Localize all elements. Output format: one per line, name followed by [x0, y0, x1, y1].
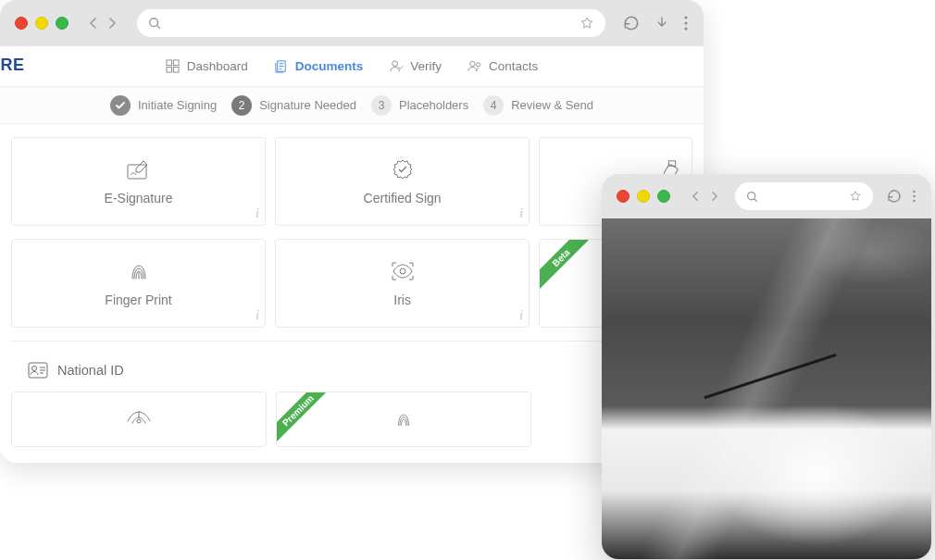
- step-badge: 2: [231, 95, 252, 116]
- svg-point-21: [913, 195, 916, 198]
- card-label: Finger Print: [105, 292, 171, 307]
- url-bar[interactable]: [735, 182, 873, 210]
- secondary-browser-window: [602, 174, 931, 559]
- ribbon-label: Premium: [277, 392, 332, 445]
- nav-label: Dashboard: [187, 59, 248, 73]
- beta-ribbon: Beta: [540, 240, 595, 295]
- search-icon: [746, 191, 758, 203]
- nav-dashboard[interactable]: Dashboard: [166, 59, 248, 74]
- more-icon[interactable]: [912, 189, 916, 204]
- svg-rect-4: [167, 60, 172, 66]
- app-nav: JRE Dashboard Documents Verify Contacts: [0, 46, 704, 87]
- section-national-id: National ID: [11, 341, 692, 388]
- card-label: Certified Sign: [364, 191, 442, 205]
- documents-icon: [274, 59, 289, 74]
- info-icon[interactable]: i: [519, 205, 523, 221]
- svg-point-11: [477, 63, 480, 67]
- forward-button[interactable]: [705, 188, 722, 205]
- step-label: Review & Send: [511, 98, 593, 112]
- back-button[interactable]: [85, 15, 102, 31]
- traffic-lights: [15, 17, 69, 30]
- window-minimize-button[interactable]: [637, 190, 650, 203]
- step-initiate-signing[interactable]: Initiate Signing: [110, 95, 217, 116]
- nav-arrows: [687, 188, 722, 205]
- certified-icon: [392, 157, 414, 181]
- svg-point-15: [400, 268, 405, 274]
- card-aadhaar[interactable]: [11, 392, 267, 447]
- svg-rect-7: [174, 67, 180, 72]
- reload-icon[interactable]: [886, 188, 903, 205]
- step-review-send[interactable]: 4 Review & Send: [483, 95, 593, 116]
- aadhaar-icon: [125, 407, 153, 431]
- nav-label: Contacts: [489, 59, 538, 73]
- window-minimize-button[interactable]: [35, 17, 48, 30]
- signature-row-1: E-Signature i Certified Sign i DSC/Smart: [11, 137, 692, 226]
- cards-area: E-Signature i Certified Sign i DSC/Smart: [0, 124, 704, 447]
- nav-label: Verify: [410, 59, 442, 73]
- premium-ribbon: Premium: [277, 392, 332, 447]
- download-icon[interactable]: [654, 15, 670, 31]
- back-button[interactable]: [687, 188, 704, 205]
- card-label: E-Signature: [105, 191, 173, 205]
- bookmark-star-icon[interactable]: [849, 190, 862, 203]
- window-close-button[interactable]: [617, 190, 630, 203]
- step-signature-needed[interactable]: 2 Signature Needed: [231, 95, 356, 116]
- svg-point-1: [684, 16, 687, 19]
- chrome-actions: [622, 14, 689, 32]
- reload-icon[interactable]: [622, 14, 641, 32]
- window-maximize-button[interactable]: [56, 17, 69, 30]
- document-signing-photo: [602, 218, 931, 559]
- svg-point-3: [684, 27, 687, 30]
- window-close-button[interactable]: [15, 17, 28, 30]
- search-icon: [148, 17, 161, 30]
- step-badge: 4: [483, 95, 504, 116]
- ribbon-label: Beta: [540, 240, 595, 292]
- svg-point-2: [684, 21, 687, 24]
- stepper: Initiate Signing 2 Signature Needed 3 Pl…: [0, 87, 704, 124]
- nav-contacts[interactable]: Contacts: [468, 59, 538, 74]
- verify-icon: [389, 59, 404, 74]
- info-icon[interactable]: i: [256, 307, 259, 323]
- logo-fragment: JRE: [0, 56, 25, 75]
- svg-point-17: [32, 367, 37, 371]
- signature-row-2: Finger Print i Iris i Beta: [11, 239, 692, 328]
- svg-point-9: [393, 61, 398, 67]
- svg-point-20: [913, 191, 916, 193]
- svg-point-10: [470, 61, 475, 66]
- browser-chrome: [602, 174, 931, 218]
- svg-rect-5: [174, 60, 180, 66]
- sign-pad-icon: [127, 157, 151, 181]
- contacts-icon: [468, 59, 482, 74]
- bookmark-star-icon[interactable]: [580, 16, 594, 31]
- national-id-row: Premium: [11, 392, 692, 447]
- card-fingerprint[interactable]: Finger Print i: [11, 239, 266, 328]
- card-label: Iris: [393, 292, 411, 307]
- url-bar[interactable]: [137, 9, 605, 37]
- step-badge: 3: [371, 95, 392, 116]
- traffic-lights: [617, 190, 670, 203]
- fingerprint-small-icon: [395, 407, 412, 431]
- step-placeholders[interactable]: 3 Placeholders: [371, 95, 468, 116]
- card-certified-sign[interactable]: Certified Sign i: [275, 137, 530, 226]
- dashboard-icon: [166, 59, 181, 74]
- info-icon[interactable]: i: [519, 307, 523, 323]
- section-title: National ID: [57, 363, 124, 378]
- forward-button[interactable]: [104, 15, 120, 31]
- nav-label: Documents: [295, 59, 364, 73]
- nav-documents[interactable]: Documents: [274, 59, 364, 74]
- more-icon[interactable]: [683, 15, 689, 31]
- step-label: Initiate Signing: [138, 98, 217, 112]
- svg-point-18: [137, 419, 141, 423]
- card-e-signature[interactable]: E-Signature i: [11, 137, 266, 226]
- id-card-icon: [28, 362, 48, 379]
- iris-icon: [391, 259, 415, 283]
- window-maximize-button[interactable]: [657, 190, 670, 203]
- chrome-actions: [886, 188, 916, 205]
- nav-verify[interactable]: Verify: [389, 59, 442, 74]
- info-icon[interactable]: i: [256, 205, 259, 221]
- svg-rect-6: [167, 67, 172, 72]
- card-premium-national-id[interactable]: Premium: [276, 392, 531, 447]
- card-iris[interactable]: Iris i: [275, 239, 530, 328]
- step-label: Signature Needed: [259, 98, 356, 112]
- step-label: Placeholders: [399, 98, 468, 112]
